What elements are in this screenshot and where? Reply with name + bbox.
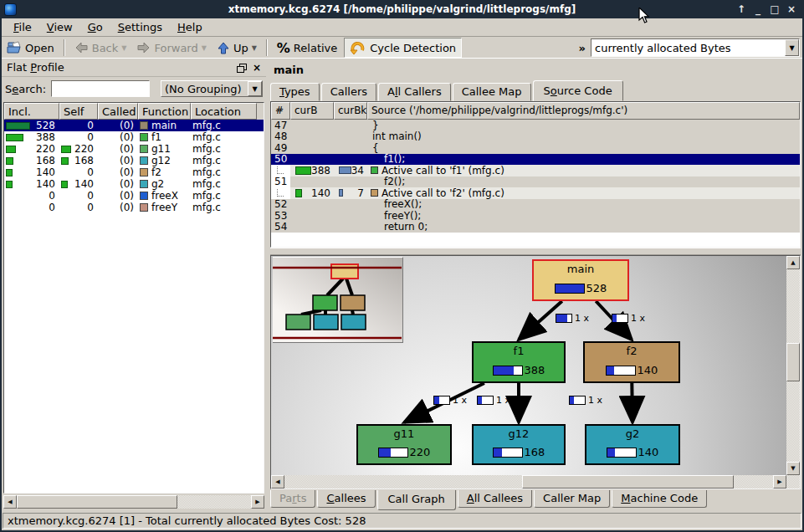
menu-view[interactable]: View — [40, 19, 79, 35]
column-header-called[interactable]: Called — [98, 103, 138, 120]
self-value: 220 — [74, 143, 98, 155]
back-button[interactable]: Back ▼ — [69, 38, 132, 58]
node-cost-bar — [493, 366, 523, 376]
flat-profile-row-freeY[interactable]: 00(0)freeYmfg.c — [4, 202, 264, 213]
tab-parts[interactable]: Parts — [270, 490, 315, 508]
source-line-53[interactable]: 53freeY(); — [271, 210, 800, 222]
relative-button[interactable]: % Relative — [272, 38, 342, 58]
scroll-left-icon[interactable]: ◀ — [271, 475, 284, 489]
scroll-thumb[interactable] — [522, 475, 734, 489]
scroll-up-icon[interactable]: ▲ — [786, 256, 800, 269]
back-dropdown-icon[interactable]: ▼ — [121, 44, 126, 52]
tab-all-callees[interactable]: All Callees — [458, 490, 532, 508]
graph-node-g2[interactable]: g2140 — [585, 424, 680, 465]
dock-close-icon[interactable]: × — [253, 62, 261, 74]
tab-call-graph[interactable]: Call Graph — [377, 490, 456, 510]
flat-profile-row-main[interactable]: 5280(0)mainmfg.c — [4, 120, 264, 131]
tab-source-code[interactable]: Source Code — [533, 80, 623, 101]
graph-hscrollbar[interactable]: ◀ ▶ — [271, 475, 786, 489]
toolbar-overflow-icon[interactable]: » — [574, 42, 591, 54]
forward-button[interactable]: Forward ▼ — [131, 38, 211, 58]
tab-callees[interactable]: Callees — [317, 490, 375, 508]
graph-node-main[interactable]: main528 — [532, 259, 629, 301]
cycle-detection-button[interactable]: Cycle Detection — [344, 38, 462, 58]
scroll-thumb[interactable] — [17, 495, 177, 509]
up-button[interactable]: Up ▼ — [212, 38, 262, 58]
tab-machine-code[interactable]: Machine Code — [612, 490, 707, 508]
shade-button[interactable]: ↑ — [735, 3, 747, 15]
source-column-curbk[interactable]: curBk — [334, 102, 367, 120]
call-graph-canvas[interactable]: main528f1388f2140g11220g12168g2140 1 x1 … — [271, 256, 786, 475]
grouping-select[interactable]: (No Grouping) ▼ — [161, 80, 263, 97]
source-call-row[interactable]: 38834Active call to 'f1' (mfg.c) — [271, 165, 800, 176]
source-column--[interactable]: # — [271, 102, 290, 120]
dock-float-icon[interactable] — [237, 64, 246, 72]
graph-overview-minimap[interactable] — [273, 257, 403, 343]
source-line-49[interactable]: 49{ — [271, 142, 800, 154]
flat-profile-hscrollbar[interactable]: ◀ ▶ — [3, 495, 264, 509]
tab-callers[interactable]: Callers — [321, 83, 376, 101]
graph-node-g12[interactable]: g12168 — [472, 424, 566, 465]
source-line-48[interactable]: 48int main() — [271, 131, 800, 143]
cycle-detection-icon — [350, 40, 366, 55]
forward-dropdown-icon[interactable]: ▼ — [202, 44, 207, 52]
source-line-54[interactable]: 54return 0; — [271, 222, 800, 233]
menu-file[interactable]: File — [7, 19, 38, 35]
flat-profile-row-g11[interactable]: 220220(0)g11mfg.c — [4, 143, 264, 155]
incl-value: 140 — [36, 166, 59, 178]
scroll-right-icon[interactable]: ▶ — [251, 495, 264, 509]
grouping-value: (No Grouping) — [161, 83, 248, 95]
source-line-50[interactable]: 50f1(); — [271, 154, 800, 166]
flat-profile-row-g12[interactable]: 168168(0)g12mfg.c — [4, 155, 264, 166]
menu-go[interactable]: Go — [81, 19, 110, 35]
scroll-right-icon[interactable]: ▶ — [773, 475, 786, 489]
source-line-51[interactable]: 51f2(); — [271, 176, 800, 188]
source-line-47[interactable]: 47} — [271, 120, 800, 131]
horizontal-splitter[interactable] — [270, 248, 801, 255]
up-icon — [217, 41, 230, 55]
combo-arrow-icon[interactable]: ▼ — [248, 81, 262, 96]
source-column-curb[interactable]: curB — [290, 102, 334, 120]
menu-help[interactable]: Help — [171, 19, 209, 35]
node-cost-value: 388 — [525, 364, 545, 376]
tab-caller-map[interactable]: Caller Map — [534, 490, 610, 508]
search-input[interactable] — [51, 80, 150, 97]
graph-node-g11[interactable]: g11220 — [356, 424, 452, 465]
up-dropdown-icon[interactable]: ▼ — [252, 44, 257, 52]
self-bar — [61, 146, 71, 153]
column-header-location[interactable]: Location — [191, 103, 257, 120]
incl-bar — [6, 134, 23, 141]
node-cost-value: 140 — [638, 446, 659, 458]
source-call-row[interactable]: 1407Active call to 'f2' (mfg.c) — [271, 187, 800, 199]
self-value: 0 — [87, 202, 98, 213]
graph-vscrollbar[interactable]: ▲ ▼ — [786, 256, 800, 489]
scroll-down-icon[interactable]: ▼ — [786, 462, 800, 475]
flat-profile-row-g2[interactable]: 140140(0)g2mfg.c — [4, 178, 264, 190]
open-button[interactable]: Open — [2, 38, 59, 58]
graph-node-f2[interactable]: f2140 — [583, 341, 680, 383]
self-value: 0 — [87, 166, 98, 178]
flat-profile-row-freeX[interactable]: 00(0)freeXmfg.c — [4, 190, 264, 202]
column-header-function[interactable]: Function — [138, 103, 191, 120]
source-column-source-[interactable]: Source ('/home/philippe/valgrind/littlep… — [367, 102, 800, 120]
event-type-select[interactable]: currently allocated Bytes ▼ — [591, 38, 800, 57]
tab-types[interactable]: Types — [270, 83, 320, 101]
tab-all-callers[interactable]: All Callers — [378, 83, 451, 101]
graph-node-f1[interactable]: f1388 — [472, 341, 566, 383]
source-line-52[interactable]: 52freeX(); — [271, 199, 800, 211]
menu-settings[interactable]: Settings — [111, 19, 169, 35]
flat-profile-row-f2[interactable]: 1400(0)f2mfg.c — [4, 166, 264, 178]
relative-label: Relative — [294, 42, 337, 54]
scroll-thumb[interactable] — [786, 343, 800, 381]
maximize-button[interactable]: □ — [769, 3, 781, 15]
tab-callee-map[interactable]: Callee Map — [453, 83, 531, 101]
dock-title: Flat Profile — [7, 61, 64, 74]
scroll-left-icon[interactable]: ◀ — [3, 495, 17, 509]
node-label: f1 — [474, 345, 564, 357]
combo-arrow-icon[interactable]: ▼ — [785, 39, 799, 56]
flat-profile-row-f1[interactable]: 3880(0)f1mfg.c — [4, 131, 264, 143]
column-header-incl-[interactable]: Incl. — [4, 103, 59, 120]
close-button[interactable]: × — [786, 3, 797, 15]
column-header-self[interactable]: Self — [59, 103, 98, 120]
minimize-button[interactable]: _ — [752, 3, 764, 15]
